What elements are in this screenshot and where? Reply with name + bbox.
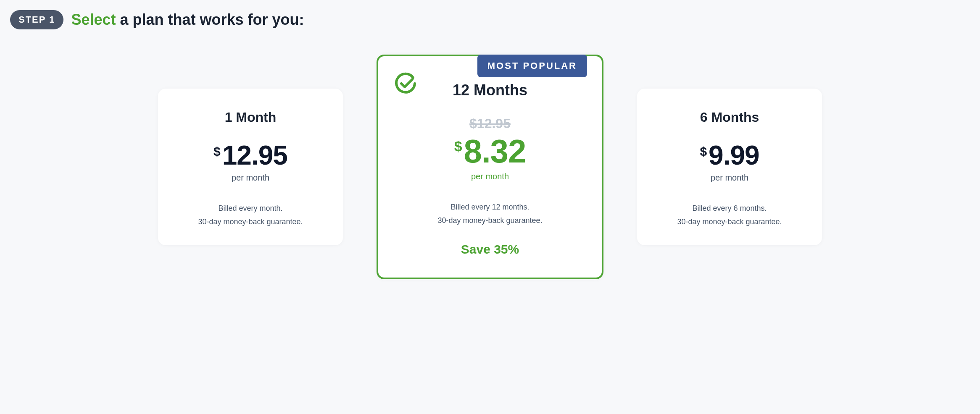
billing-line: Billed every 12 months. bbox=[395, 200, 585, 214]
plan-card-12-months[interactable]: MOST POPULAR 12 Months $12.95 $8.32 per … bbox=[377, 55, 603, 279]
guarantee-line: 30-day money-back guarantee. bbox=[395, 214, 585, 227]
billing-line: Billed every 6 months. bbox=[654, 202, 805, 215]
plan-title: 6 Months bbox=[654, 110, 805, 125]
per-month-label: per month bbox=[654, 173, 805, 183]
plan-card-6-months[interactable]: 6 Months $9.99 per month Billed every 6 … bbox=[637, 89, 822, 246]
per-month-label: per month bbox=[175, 173, 326, 183]
billing-line: Billed every month. bbox=[175, 202, 326, 215]
original-price: $12.95 bbox=[395, 116, 585, 131]
plan-card-1-month[interactable]: 1 Month $12.95 per month Billed every mo… bbox=[158, 89, 343, 246]
billing-info: Billed every 6 months. 30-day money-back… bbox=[654, 202, 805, 229]
guarantee-line: 30-day money-back guarantee. bbox=[175, 215, 326, 228]
guarantee-line: 30-day money-back guarantee. bbox=[654, 215, 805, 228]
plan-title: 12 Months bbox=[395, 81, 585, 99]
billing-info: Billed every 12 months. 30-day money-bac… bbox=[395, 200, 585, 228]
price-amount: 8.32 bbox=[464, 133, 526, 170]
billing-info: Billed every month. 30-day money-back gu… bbox=[175, 202, 326, 229]
currency-symbol: $ bbox=[700, 144, 707, 158]
price-block: $12.95 bbox=[175, 142, 326, 169]
price-amount: 12.95 bbox=[222, 140, 287, 170]
title-highlight: Select bbox=[71, 11, 116, 28]
price-amount: 9.99 bbox=[709, 140, 759, 170]
currency-symbol: $ bbox=[454, 138, 462, 154]
price-block: $9.99 bbox=[654, 142, 805, 169]
plan-title: 1 Month bbox=[175, 110, 326, 125]
step-badge: STEP 1 bbox=[10, 10, 63, 29]
per-month-label: per month bbox=[395, 172, 585, 181]
step-header: STEP 1 Select a plan that works for you: bbox=[10, 10, 970, 29]
title-rest: a plan that works for you: bbox=[116, 11, 304, 28]
save-badge: Save 35% bbox=[395, 242, 585, 257]
check-circle-icon bbox=[393, 71, 418, 98]
price-block: $8.32 bbox=[395, 135, 585, 168]
currency-symbol: $ bbox=[213, 144, 221, 158]
page-title: Select a plan that works for you: bbox=[71, 11, 304, 29]
most-popular-tag: MOST POPULAR bbox=[477, 55, 587, 77]
plans-container: 1 Month $12.95 per month Billed every mo… bbox=[133, 55, 847, 279]
